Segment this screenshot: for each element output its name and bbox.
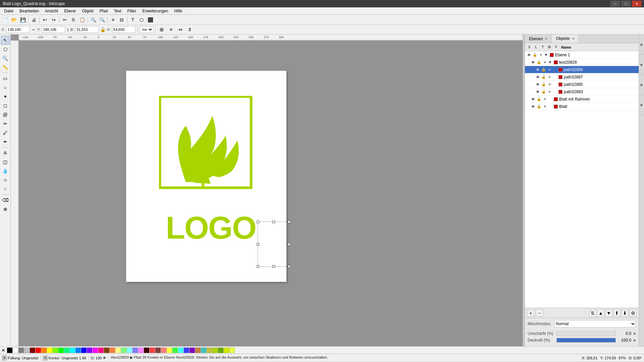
blend-select[interactable]: Normal Multiply Screen Overlay <box>554 320 636 327</box>
zoom-in-button[interactable]: 🔍 <box>89 16 97 24</box>
unschaerfe-bar[interactable] <box>556 331 616 336</box>
pal-rose[interactable] <box>98 348 104 353</box>
unschaerfe-plus[interactable]: + <box>633 331 636 336</box>
pal-lightyellow[interactable] <box>115 348 121 353</box>
ellipse-tool[interactable]: ○ <box>1 83 10 92</box>
text-tool[interactable]: A <box>1 148 10 157</box>
menu-text[interactable]: Text <box>111 8 124 14</box>
expand-icon-ebene1[interactable]: ▼ <box>544 53 550 57</box>
obj-row-ebene1[interactable]: 👁 🔓 ≡ ▼ Ebene 1 <box>525 51 639 59</box>
up-button[interactable]: ▲ <box>597 309 604 317</box>
eye-icon-path32885[interactable]: 👁 <box>535 82 540 86</box>
pal-salmon[interactable] <box>110 348 115 353</box>
pal-lightred[interactable] <box>150 348 155 353</box>
pal-yellow[interactable] <box>47 348 52 353</box>
pal-black[interactable] <box>7 348 12 353</box>
fill-x-icon[interactable]: ✕ <box>2 356 7 360</box>
pal-violet[interactable] <box>190 348 195 353</box>
node-button[interactable]: ⬡ <box>138 16 146 24</box>
top-button[interactable]: ⬆ <box>613 309 621 317</box>
fill-button[interactable]: ⬛ <box>146 16 154 24</box>
node-tool[interactable]: ⬡ <box>1 45 10 54</box>
handle-mr[interactable] <box>288 243 290 246</box>
tab-ebenen[interactable]: Ebenen ✕ <box>525 35 552 43</box>
menu-ebene[interactable]: Ebene <box>61 8 78 14</box>
obj-row-text20828[interactable]: 👁 🔓 ≡ ▼ text20828 <box>525 59 639 66</box>
kontur-x-icon[interactable]: ✕ <box>43 356 48 360</box>
expand-tab-3[interactable]: ▶ <box>639 75 644 95</box>
canvas-scroll[interactable]: LOGO <box>19 41 525 340</box>
expand-tab-2[interactable]: ▶ <box>639 55 644 75</box>
pal-maroon[interactable] <box>30 348 35 353</box>
save-button[interactable]: 💾 <box>19 16 27 24</box>
pen-tool[interactable]: 🖊 <box>1 128 10 137</box>
align-button[interactable]: ≡ <box>109 16 117 24</box>
obj-row-path32887[interactable]: 👁 🔓 ≡ path32887 <box>525 73 639 81</box>
pal-lime[interactable] <box>53 348 58 353</box>
print-button[interactable]: 🖨 <box>30 16 38 24</box>
pal-darkred[interactable] <box>144 348 149 353</box>
pal-cyan[interactable] <box>70 348 75 353</box>
select-tool[interactable]: ↖ <box>1 36 10 45</box>
pal-green[interactable] <box>58 348 64 353</box>
deckkraft-plus[interactable]: + <box>633 338 636 343</box>
lock-aspect-icon[interactable]: 🔒 <box>100 27 106 32</box>
zoom-tool[interactable]: 🔍 <box>1 54 10 63</box>
pal-magenta[interactable] <box>93 348 98 353</box>
flip-v-button[interactable]: ⇕ <box>186 25 194 34</box>
lock-icon-path32883[interactable]: 🔓 <box>541 89 546 94</box>
spray-tool[interactable]: ⁙ <box>1 185 10 193</box>
y-input[interactable] <box>42 26 65 33</box>
tab-objekte-close[interactable]: ✕ <box>572 37 575 41</box>
eye-icon-blatt[interactable]: 👁 <box>530 105 536 109</box>
3d-tool[interactable]: ◻ <box>1 101 10 110</box>
dropper-tool[interactable]: 💧 <box>1 167 10 175</box>
align2-button[interactable]: ≡ <box>167 25 175 34</box>
zoom-out-button[interactable]: 🔍 <box>98 16 106 24</box>
pal-blue[interactable] <box>81 348 87 353</box>
minimize-button[interactable]: ─ <box>610 1 620 7</box>
lock-icon-path32885[interactable]: 🔓 <box>541 82 546 86</box>
lock-icon-blatt-mit-rahmen[interactable]: 🔓 <box>536 97 542 101</box>
no-color-swatch[interactable]: ✕ <box>1 348 5 353</box>
pal-springgreen[interactable] <box>64 348 69 353</box>
undo-button[interactable]: ↩ <box>41 16 49 24</box>
menu-bearbeiten[interactable]: Bearbeiten <box>17 8 42 14</box>
pal-red[interactable] <box>36 348 41 353</box>
w-input[interactable] <box>75 26 99 33</box>
pal-darklime[interactable] <box>218 348 223 353</box>
transform-button[interactable]: ⊞ <box>158 25 166 34</box>
menu-pfad[interactable]: Pfad <box>97 8 111 14</box>
connector-tool[interactable]: ⊹ <box>1 176 10 184</box>
arrange-button[interactable]: ⇅ <box>589 309 596 317</box>
calligraphy-tool[interactable]: ✒ <box>1 137 10 146</box>
pal-olive[interactable] <box>207 348 212 353</box>
pal-lightblue[interactable] <box>132 348 138 353</box>
star-tool[interactable]: ✦ <box>1 92 10 101</box>
pal-dodgerblue[interactable] <box>75 348 81 353</box>
obj-row-path32885[interactable]: 👁 🔓 ≡ path32885 <box>525 81 639 88</box>
gradient-tool[interactable]: ◫ <box>1 158 10 166</box>
lock-icon-blatt[interactable]: 🔓 <box>536 104 542 109</box>
pal-brightcyan[interactable] <box>178 348 183 353</box>
handle-br[interactable] <box>288 265 290 268</box>
pal-teal[interactable] <box>201 348 206 353</box>
x-input[interactable] <box>6 26 30 33</box>
menu-datei[interactable]: Datei <box>1 8 16 14</box>
h-input[interactable] <box>112 26 136 33</box>
pal-brightgreen[interactable] <box>172 348 178 353</box>
lock-icon-path32889[interactable]: 🔓 <box>541 67 546 72</box>
handle-tr[interactable] <box>288 221 290 223</box>
obj-row-blatt[interactable]: 👁 🔓 ≡ Blatt <box>525 103 639 110</box>
handle-tc[interactable] <box>272 221 275 223</box>
eraser-tool[interactable]: ⌫ <box>1 196 10 204</box>
eye-icon-ebene1[interactable]: 👁 <box>526 53 532 57</box>
tab-ebenen-close[interactable]: ✕ <box>545 37 547 41</box>
expand-icon-text20828[interactable]: ▼ <box>548 60 554 64</box>
text-tool-button[interactable]: T <box>129 16 137 24</box>
pal-lightgreen[interactable] <box>121 348 126 353</box>
maximize-button[interactable]: □ <box>621 1 631 7</box>
pal-brightblue[interactable] <box>184 348 189 353</box>
pal-lightpink[interactable] <box>161 348 166 353</box>
handle-bc[interactable] <box>272 265 275 268</box>
